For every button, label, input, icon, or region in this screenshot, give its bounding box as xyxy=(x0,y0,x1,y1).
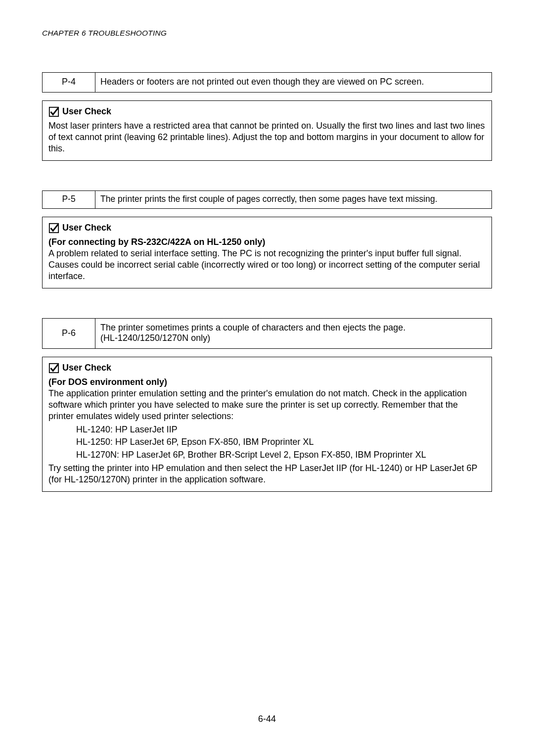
page-number: 6-44 xyxy=(0,714,534,724)
issue-desc: Headers or footers are not printed out e… xyxy=(95,73,492,93)
list-item: HL-1240: HP LaserJet IIP xyxy=(76,424,486,435)
check-icon xyxy=(48,363,59,374)
user-check-p4: User Check Most laser printers have a re… xyxy=(42,100,492,161)
issue-code: P-4 xyxy=(43,73,95,93)
user-check-heading: User Check xyxy=(48,106,486,117)
issue-desc-line1: The printer sometimes prints a couple of… xyxy=(100,323,405,332)
user-check-text: A problem related to serial interface se… xyxy=(48,248,486,282)
check-icon xyxy=(48,223,59,234)
running-header: CHAPTER 6 TROUBLESHOOTING xyxy=(42,29,492,38)
user-check-text: Try setting the printer into HP emulatio… xyxy=(48,463,486,485)
document-page: CHAPTER 6 TROUBLESHOOTING P-4 Headers or… xyxy=(0,0,534,756)
user-check-p6: User Check (For DOS environment only) Th… xyxy=(42,357,492,491)
issue-code: P-5 xyxy=(43,191,95,209)
user-check-subheading: (For connecting by RS-232C/422A on HL-12… xyxy=(48,236,486,248)
user-check-label: User Check xyxy=(62,222,111,234)
user-check-subheading: (For DOS environment only) xyxy=(48,377,486,388)
user-check-text: Most laser printers have a restricted ar… xyxy=(48,120,486,154)
issue-row-p4: P-4 Headers or footers are not printed o… xyxy=(42,72,492,93)
user-check-heading: User Check xyxy=(48,362,486,374)
user-check-text: The application printer emulation settin… xyxy=(48,388,486,422)
issue-row-p6: P-6 The printer sometimes prints a coupl… xyxy=(42,318,492,349)
issue-desc: The printer prints the first couple of p… xyxy=(95,191,492,209)
user-check-heading: User Check xyxy=(48,222,486,234)
list-item: HL-1250: HP LaserJet 6P, Epson FX-850, I… xyxy=(76,436,486,448)
issue-code: P-6 xyxy=(43,319,95,349)
emulation-list: HL-1240: HP LaserJet IIP HL-1250: HP Las… xyxy=(76,424,486,460)
list-item: HL-1270N: HP LaserJet 6P, Brother BR-Scr… xyxy=(76,449,486,461)
user-check-p5: User Check (For connecting by RS-232C/42… xyxy=(42,217,492,288)
user-check-label: User Check xyxy=(62,106,111,117)
issue-row-p5: P-5 The printer prints the first couple … xyxy=(42,190,492,209)
issue-desc-line2: (HL-1240/1250/1270N only) xyxy=(100,333,210,343)
check-icon xyxy=(48,106,59,117)
issue-desc: The printer sometimes prints a couple of… xyxy=(95,319,492,349)
user-check-label: User Check xyxy=(62,362,111,374)
